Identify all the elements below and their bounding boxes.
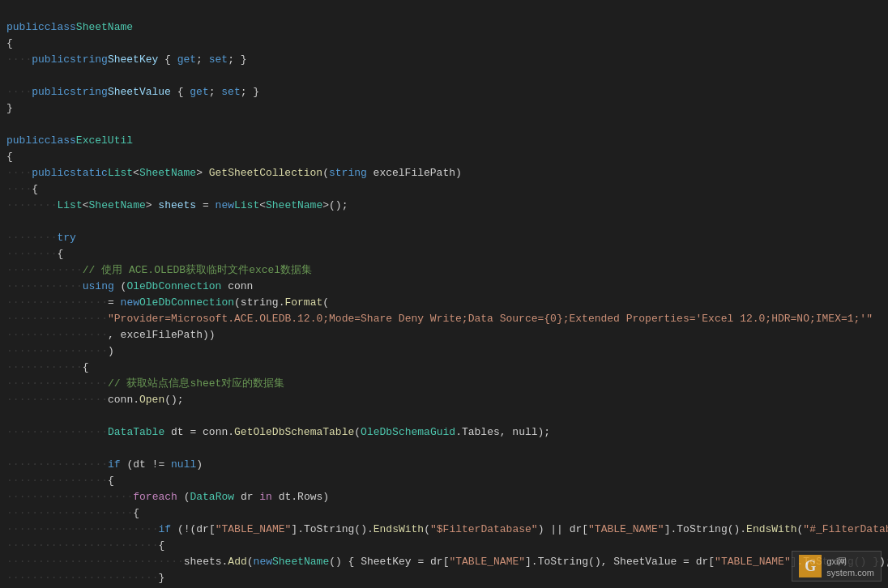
code-line: ················DataTable dt = conn.GetO… [0,424,888,441]
code-line: ················= new OleDbConnection(st… [0,295,888,311]
code-line: ························} [0,570,888,586]
code-container: public class SheetName{····public string… [0,0,888,588]
code-line: ························if (!(dr["TABLE_… [0,522,888,538]
code-line: ············using (OleDbConnection conn [0,279,888,295]
code-line: } [0,100,888,117]
code-line: ········{ [0,246,888,262]
code-line: ····public string SheetValue { get; set;… [0,84,888,100]
code-line: ····················foreach (DataRow dr … [0,489,888,505]
code-line [0,117,888,133]
code-line: ····{ [0,181,888,198]
code-line [0,214,888,230]
code-line: public class ExcelUtil [0,133,888,149]
code-line: ············// 使用 ACE.OLEDB获取临时文件excel数据… [0,262,888,279]
code-line: ····public static List<SheetName> GetShe… [0,165,888,181]
code-line: { [0,149,888,165]
code-line: ····························sheets.Add(n… [0,554,888,570]
code-line [0,408,888,424]
code-line: ························{ [0,538,888,554]
code-line: ········try [0,230,888,246]
code-line: ················conn.Open(); [0,392,888,408]
code-line: ············{ [0,360,888,376]
code-line: ········List<SheetName> sheets = new Lis… [0,198,888,214]
code-line [0,68,888,84]
code-line: ················"Provider=Microsoft.ACE.… [0,311,888,327]
code-line: ················// 获取站点信息sheet对应的数据集 [0,376,888,392]
code-line [0,441,888,457]
code-line: ················) [0,343,888,360]
code-line: public class SheetName [0,19,888,36]
code-line: { [0,36,888,52]
code-line: ················, excelFilePath)) [0,327,888,343]
code-line: ····public string SheetKey { get; set; } [0,52,888,68]
watermark-logo: G [799,555,822,577]
watermark-site: gxi网system.com [826,556,874,577]
code-line: ····················{ [0,505,888,522]
code-line: ················if (dt != null) [0,457,888,473]
watermark: G gxi网system.com [792,551,882,582]
code-line: ················{ [0,473,888,489]
